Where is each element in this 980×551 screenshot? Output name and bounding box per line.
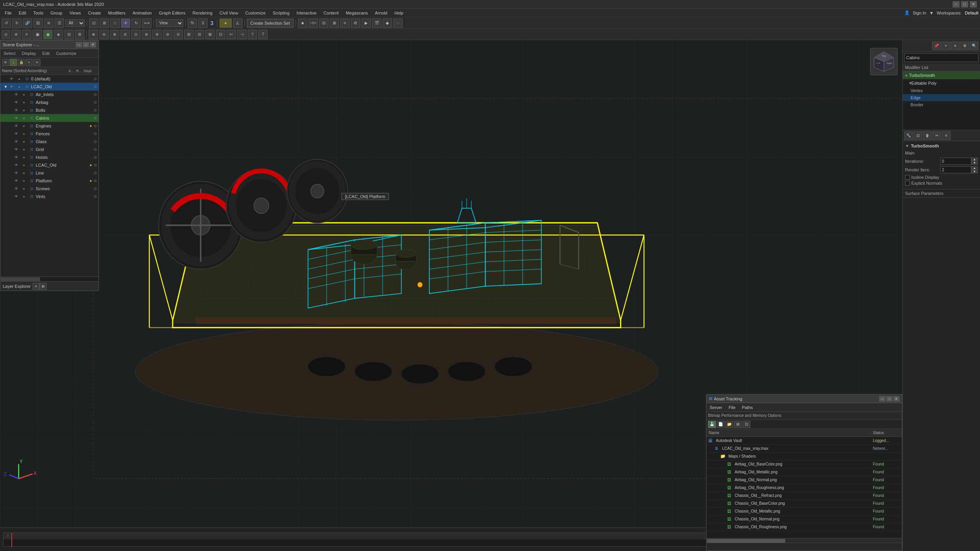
- se-lock-btn[interactable]: 🔒: [18, 59, 25, 66]
- percent-snap[interactable]: %: [188, 18, 197, 28]
- se-scrollbar-thumb[interactable]: [1, 277, 40, 281]
- menu-content[interactable]: Content: [320, 10, 342, 16]
- menu-help[interactable]: Help: [391, 10, 407, 16]
- se-footer-btn2[interactable]: ⊞: [40, 283, 47, 290]
- at-menu-server[interactable]: Server: [708, 404, 724, 411]
- menu-animation[interactable]: Animation: [130, 10, 155, 16]
- angle-snap[interactable]: ∠: [233, 18, 243, 28]
- se-tab-display[interactable]: Display: [20, 50, 38, 56]
- tb2-btn-13[interactable]: ⊙: [131, 30, 141, 39]
- modifier-sub-vertex[interactable]: Vertex: [903, 87, 980, 94]
- menu-arnold[interactable]: Arnold: [372, 10, 391, 16]
- tb2-btn-10[interactable]: ⊖: [99, 30, 109, 39]
- se-more-btn[interactable]: ≡: [33, 59, 40, 66]
- at-tool-open[interactable]: 📁: [725, 421, 733, 428]
- at-close[interactable]: ✕: [893, 396, 900, 402]
- at-tool-save[interactable]: 💾: [708, 421, 716, 428]
- tree-dot-icon[interactable]: ●: [21, 131, 27, 137]
- menu-megascans[interactable]: Megascans: [343, 10, 371, 16]
- undo-button[interactable]: ↺: [2, 18, 11, 28]
- at-row-10[interactable]: 🖼 Chassis_Old_Normal.png Found: [706, 515, 902, 523]
- tb2-btn-23[interactable]: ⊣: [237, 30, 246, 39]
- cabins-input[interactable]: [904, 53, 978, 62]
- at-row-1[interactable]: 🗎 LCAC_Old_max_vray.max Networ...: [706, 445, 902, 453]
- tb2-btn-16[interactable]: ⊜: [163, 30, 172, 39]
- menu-views[interactable]: Views: [66, 10, 84, 16]
- unlink-button[interactable]: ⛓: [33, 18, 43, 28]
- se-minimize[interactable]: ─: [76, 42, 82, 47]
- tb2-btn-20[interactable]: ⊠: [205, 30, 215, 39]
- tb2-btn-1[interactable]: ⊙: [2, 30, 10, 39]
- tb2-btn-15[interactable]: ⊛: [152, 30, 162, 39]
- tree-dot-icon[interactable]: ●: [21, 185, 27, 192]
- at-minimize[interactable]: ─: [879, 396, 885, 402]
- tb2-btn-19[interactable]: ⊟: [195, 30, 204, 39]
- tb2-btn-11[interactable]: ⊗: [110, 30, 119, 39]
- rp-list-btn[interactable]: ≡: [951, 42, 960, 50]
- tb2-btn-2[interactable]: ⊛: [11, 30, 21, 39]
- tb2-btn-3[interactable]: ≡: [22, 30, 31, 39]
- tree-dot-icon[interactable]: ●: [21, 154, 27, 160]
- link-button[interactable]: 🔗: [23, 18, 32, 28]
- tree-item-Grid[interactable]: 👁●⊡Grid⊙: [0, 145, 99, 153]
- rp-tool-2[interactable]: ⊡: [914, 131, 922, 140]
- se-sort-btn[interactable]: ↕: [10, 59, 17, 66]
- se-tab-select[interactable]: Select: [2, 50, 17, 56]
- tree-eye-icon[interactable]: 👁: [13, 162, 19, 168]
- tb2-btn-12[interactable]: ⊘: [120, 30, 130, 39]
- tb2-btn-21[interactable]: ⊡: [216, 30, 225, 39]
- tree-item-Fences[interactable]: 👁●⊡Fences⊙: [0, 130, 99, 138]
- tree-dot-icon[interactable]: ●: [21, 91, 27, 98]
- tb2-btn-25[interactable]: ?: [258, 30, 268, 39]
- menu-group[interactable]: Group: [47, 10, 66, 16]
- tree-item-Platform[interactable]: 👁●⊡Platform✦⊙: [0, 177, 99, 185]
- rp-tool-1[interactable]: 🔧: [904, 131, 913, 140]
- view-dropdown[interactable]: View: [156, 19, 183, 27]
- rp-pin-btn[interactable]: 📌: [932, 42, 941, 50]
- tree-dot-icon[interactable]: ●: [21, 115, 27, 121]
- at-scrollbar-thumb[interactable]: [707, 539, 785, 543]
- mirror-button[interactable]: ⊣⊢: [308, 18, 318, 28]
- tree-eye-icon[interactable]: 👁: [13, 178, 19, 184]
- menu-customize[interactable]: Customize: [242, 10, 269, 16]
- tree-eye-icon[interactable]: 👁: [13, 138, 19, 145]
- se-maximize[interactable]: □: [83, 42, 89, 47]
- filter-button[interactable]: ☰: [55, 18, 64, 28]
- menu-modifiers[interactable]: Modifiers: [105, 10, 129, 16]
- tree-dot-icon[interactable]: ●: [21, 123, 27, 129]
- tree-item-Engines[interactable]: 👁●⊡Engines✦⊙: [0, 122, 99, 130]
- tree-item-Airbag[interactable]: 👁●⊡Airbag⊙: [0, 98, 99, 106]
- close-button[interactable]: ✕: [970, 1, 977, 7]
- toggle-snap[interactable]: ●: [219, 18, 232, 28]
- tree-item-Hoists[interactable]: 👁●⊡Hoists⊙: [0, 153, 99, 161]
- tb2-btn-5[interactable]: ◉: [43, 30, 53, 39]
- tree-eye-icon[interactable]: 👁: [13, 115, 19, 121]
- tree-item-LCAC_Old[interactable]: ▼👁●⊡LCAC_Old⊙: [0, 83, 99, 91]
- align-button[interactable]: ⊟: [319, 18, 328, 28]
- tree-eye-icon[interactable]: 👁: [13, 123, 19, 129]
- explicit-normals-checkbox[interactable]: [905, 181, 910, 185]
- menu-file[interactable]: File: [2, 10, 15, 16]
- se-close[interactable]: ✕: [90, 42, 96, 47]
- render-setup[interactable]: ⚙: [351, 18, 360, 28]
- se-close-btn[interactable]: ✕: [2, 59, 9, 66]
- tree-eye-icon[interactable]: 👁: [8, 76, 15, 82]
- at-row-4[interactable]: 🖼 Airbag_Old_Metallic.png Found: [706, 468, 902, 476]
- tree-item-Line[interactable]: 👁●⊡Line⊙: [0, 169, 99, 177]
- menu-rendering[interactable]: Rendering: [190, 10, 216, 16]
- tb2-btn-7[interactable]: ⊟: [64, 30, 74, 39]
- tree-item-Vints[interactable]: 👁●⊡Vints⊙: [0, 193, 99, 200]
- se-tab-edit[interactable]: Edit: [41, 50, 51, 56]
- workspace-value[interactable]: Default: [965, 11, 978, 15]
- sign-in-area[interactable]: 👤 Sign In ▼ Workspaces: Default: [904, 10, 978, 15]
- se-scrollbar-h[interactable]: [0, 276, 99, 281]
- at-menu-paths[interactable]: Paths: [740, 404, 754, 411]
- tree-item-Cabins[interactable]: 👁●⊡Cabins⊙: [0, 114, 99, 122]
- at-row-0[interactable]: 🏛 Autodesk Vault Logged...: [706, 437, 902, 445]
- tb2-btn-17[interactable]: ⊝: [173, 30, 183, 39]
- render-prod[interactable]: 🎬: [372, 18, 381, 28]
- at-tool-save-as[interactable]: 📄: [717, 421, 725, 428]
- window-crossing[interactable]: □: [110, 18, 120, 28]
- menu-civil-view[interactable]: Civil View: [216, 10, 241, 16]
- window-controls[interactable]: ─ □ ✕: [953, 1, 977, 7]
